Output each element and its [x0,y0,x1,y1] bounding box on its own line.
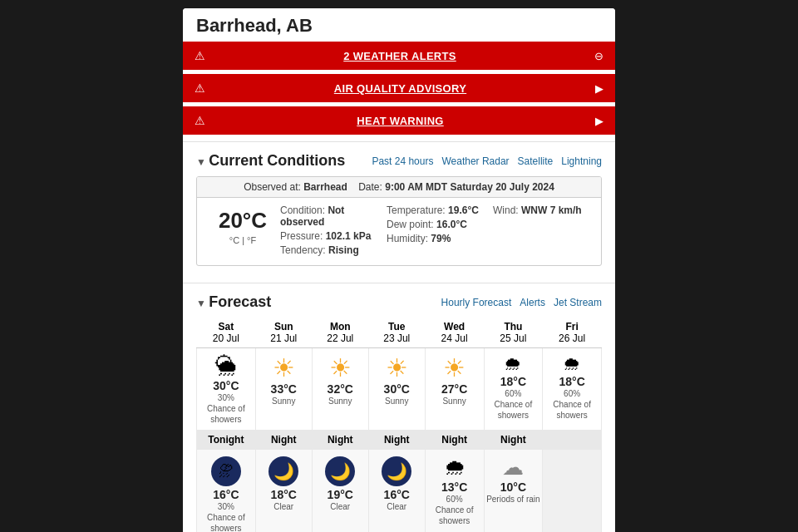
forecast-title: Forecast [196,293,271,311]
alert-triangle-icon-1: ⚠ [195,81,205,95]
alert-bars: ⚠ 2 WEATHER ALERTS ⊖ ⚠ AIR QUALITY ADVIS… [183,42,615,135]
forecast-night-empty-6 [543,450,602,533]
alerts-link[interactable]: Alerts [520,297,545,308]
past-24-link[interactable]: Past 24 hours [372,155,433,167]
forecast-night-row: ⛈ 16°C 30%Chance of showers 🌙 18°C Clear… [197,450,602,533]
forecast-day-cell-3: ☀ 30°C Sunny [368,348,425,431]
day-desc-1: Sunny [258,396,310,406]
pressure-line: Pressure: 102.1 kPa [280,230,380,242]
temp-units[interactable]: °C | °F [229,235,256,245]
main-temperature: 20°C [219,208,267,234]
day-date-1: 21 Jul [257,332,310,344]
forecast-section: Forecast Hourly Forecast Alerts Jet Stre… [183,283,615,532]
night-temp-2: 19°C [314,488,367,501]
day-desc-0: 30%Chance of showers [199,392,254,425]
night-crescent-icon: 🌙 [382,456,411,486]
day-name-2: Mon [313,321,367,332]
night-desc-2: Clear [314,501,367,512]
conditions-details: Condition: Not observed Pressure: 102.1 … [280,204,593,259]
wind-line: Wind: WNW 7 km/h [493,204,593,216]
night-storm-icon: ⛈ [211,456,241,486]
satellite-link[interactable]: Satellite [518,155,554,167]
forecast-day-cell-6: 🌧 18°C 60%Chance of showers [543,348,602,431]
night-label-cell-0: Tonight [197,431,256,450]
forecast-night-cell-0: ⛈ 16°C 30%Chance of showers [197,450,256,533]
day-temp-1: 33°C [258,382,310,396]
forecast-night-cell-5: ☁ 10°C Periods of rain [484,450,543,533]
forecast-day-header-4: Wed 24 Jul [425,318,484,348]
forecast-day-cell-4: ☀ 27°C Sunny [425,348,484,431]
alert-text-0: 2 WEATHER ALERTS [214,50,586,62]
day-temp-5: 18°C [486,375,541,388]
forecast-table-container: Sat 20 Jul Sun 21 Jul Mon 22 Jul Tue 23 … [196,318,602,532]
day-temp-3: 30°C [371,382,423,396]
city-header: Barrhead, AB [183,8,615,42]
forecast-day-cell-2: ☀ 32°C Sunny [312,348,368,431]
temp-detailed: 19.6°C [448,204,479,216]
humidity-value: 79% [431,233,451,244]
day-name-5: Thu [485,321,541,332]
shower-icon: 🌦 [215,353,237,378]
day-date-5: 25 Jul [485,332,541,344]
forecast-day-row: 🌦 30°C 30%Chance of showers ☀ 33°C Sunny… [197,348,602,431]
sunny-icon: ☀ [386,354,408,382]
cloud-grey-icon: ☁ [502,455,524,480]
humidity-line: Humidity: 79% [387,233,486,244]
alert-triangle-icon-0: ⚠ [195,49,205,62]
night-label-cell-2: Night [312,431,368,450]
forecast-day-header-3: Tue 23 Jul [368,318,425,348]
weather-radar-link[interactable]: Weather Radar [441,155,509,167]
forecast-night-cell-3: 🌙 16°C Clear [368,450,425,533]
forecast-table: Sat 20 Jul Sun 21 Jul Mon 22 Jul Tue 23 … [196,318,602,532]
forecast-night-cell-2: 🌙 19°C Clear [312,450,368,533]
conditions-title: Current Conditions [196,152,345,170]
night-desc-3: Clear [371,501,423,512]
rain-cloud-icon: 🌧 [563,353,581,375]
hourly-forecast-link[interactable]: Hourly Forecast [441,297,512,308]
night-crescent-icon: 🌙 [325,456,355,486]
night-desc-1: Clear [258,501,310,512]
night-temp-1: 18°C [258,488,310,501]
observed-date: 9:00 AM MDT Saturday 20 July 2024 [385,181,554,193]
tendency-value: Rising [328,244,359,256]
forecast-night-cell-1: 🌙 18°C Clear [255,450,312,533]
day-name-4: Wed [426,321,482,332]
alert-triangle-icon-2: ⚠ [195,114,205,127]
lightning-link[interactable]: Lightning [561,155,602,167]
cloud-rain-icon: 🌧 [444,455,466,480]
forecast-day-header-5: Thu 25 Jul [484,318,543,348]
jet-stream-link[interactable]: Jet Stream [554,297,602,308]
forecast-day-header-2: Mon 22 Jul [312,318,368,348]
day-desc-6: 60%Chance of showers [544,388,599,421]
day-date-4: 24 Jul [426,332,482,344]
night-temp-4: 13°C [427,480,482,494]
day-temp-2: 32°C [314,382,367,396]
alert-text-1: AIR QUALITY ADVISORY [214,82,587,95]
sunny-icon: ☀ [273,354,295,382]
temp-line: Temperature: 19.6°C [387,204,486,216]
forecast-day-cell-0: 🌦 30°C 30%Chance of showers [197,348,256,431]
forecast-header: Forecast Hourly Forecast Alerts Jet Stre… [196,293,602,311]
conditions-box: Observed at: Barrhead Date: 9:00 AM MDT … [196,176,602,266]
day-date-0: 20 Jul [199,332,254,344]
night-label-cell-5: Night [484,431,543,450]
forecast-header-row: Sat 20 Jul Sun 21 Jul Mon 22 Jul Tue 23 … [197,318,602,348]
night-desc-5: Periods of rain [486,494,541,505]
alert-bar-air-quality[interactable]: ⚠ AIR QUALITY ADVISORY ▶ [183,74,615,102]
dew-value: 16.0°C [436,219,467,230]
forecast-night-cell-4: 🌧 13°C 60%Chance of showers [425,450,484,533]
night-clear-icon: 🌙 [268,456,298,486]
day-name-6: Fri [544,321,600,332]
weather-container: Barrhead, AB ⚠ 2 WEATHER ALERTS ⊖ ⚠ AIR … [183,8,615,532]
alert-bar-heat-warning[interactable]: ⚠ HEAT WARNING ▶ [183,106,615,135]
forecast-links: Hourly Forecast Alerts Jet Stream [441,297,602,308]
conditions-main: 20°C °C | °F Condition: Not observed Pre… [197,198,601,265]
conditions-links: Past 24 hours Weather Radar Satellite Li… [372,155,602,167]
night-label-cell-4: Night [425,431,484,450]
pressure-value: 102.1 kPa [326,230,372,242]
night-label-cell-1: Night [255,431,312,450]
alert-action-2: ▶ [595,115,603,127]
night-temp-5: 10°C [486,480,541,494]
night-label-cell-6 [543,431,602,450]
alert-bar-weather-alerts[interactable]: ⚠ 2 WEATHER ALERTS ⊖ [183,42,615,70]
